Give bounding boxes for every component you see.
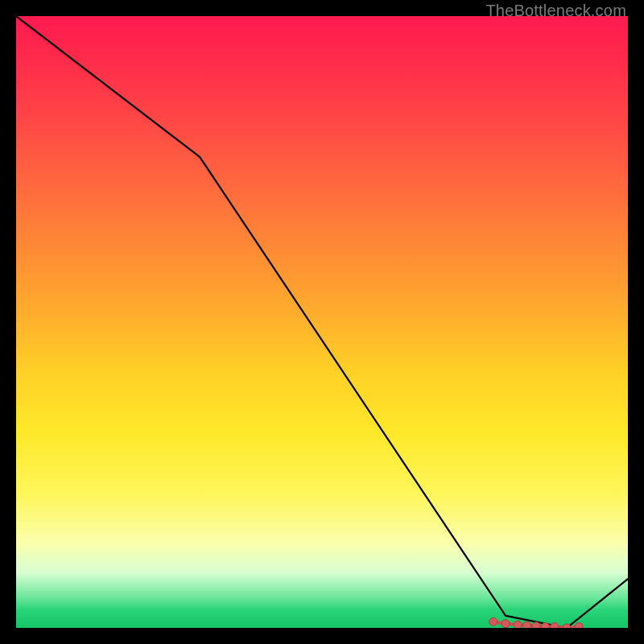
optimal-marker-cluster xyxy=(489,617,583,628)
optimal-marker xyxy=(532,622,540,628)
optimal-marker xyxy=(514,621,522,628)
optimal-marker xyxy=(489,617,497,625)
chart-overlay xyxy=(16,16,628,628)
optimal-marker xyxy=(551,623,559,629)
optimal-marker xyxy=(563,624,571,628)
optimal-marker xyxy=(502,620,510,628)
optimal-marker xyxy=(523,621,531,628)
bottleneck-curve xyxy=(16,16,628,628)
chart-container: TheBottleneck.com xyxy=(0,0,644,644)
optimal-marker xyxy=(575,623,583,629)
optimal-marker xyxy=(541,623,549,629)
